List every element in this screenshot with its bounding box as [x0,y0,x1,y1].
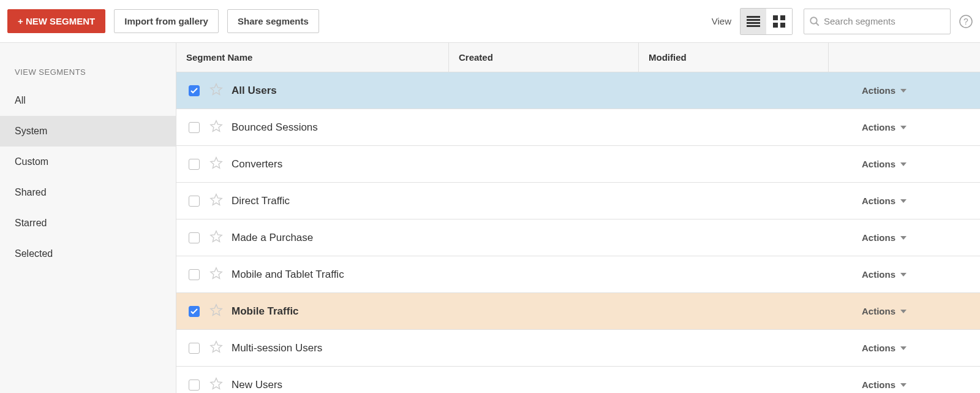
svg-rect-2 [747,22,760,24]
actions-label: Actions [862,232,895,243]
star-icon[interactable] [209,303,223,319]
svg-line-9 [816,23,819,26]
svg-rect-4 [773,15,778,20]
row-checkbox[interactable] [189,269,200,280]
row-checkbox[interactable] [189,159,200,170]
segment-name: Direct Traffic [232,195,290,207]
svg-rect-7 [780,23,785,28]
help-icon[interactable]: ? [959,15,973,28]
view-toggle [740,8,793,35]
chevron-down-icon [900,126,907,129]
star-icon[interactable] [209,83,223,98]
segment-name: Mobile and Tablet Traffic [232,269,344,281]
import-from-gallery-button[interactable]: Import from gallery [114,9,219,33]
segment-name: Mobile Traffic [232,305,299,318]
chevron-down-icon [900,236,907,240]
chevron-down-icon [900,310,907,313]
segments-table: Segment Name Created Modified All UsersA… [176,43,980,393]
star-icon[interactable] [209,267,223,282]
svg-rect-5 [780,15,785,20]
header-segment-name[interactable]: Segment Name [176,52,448,63]
table-row[interactable]: Direct TrafficActions [176,183,980,219]
actions-dropdown[interactable]: Actions [862,122,980,132]
table-row[interactable]: Mobile and Tablet TrafficActions [176,256,980,293]
actions-label: Actions [862,380,895,390]
actions-dropdown[interactable]: Actions [862,196,980,206]
row-checkbox[interactable] [189,122,200,133]
table-row[interactable]: Mobile TrafficActions [176,293,980,330]
actions-label: Actions [862,196,895,206]
svg-rect-0 [747,16,760,18]
chevron-down-icon [900,162,907,166]
table-row[interactable]: Multi-session UsersActions [176,330,980,367]
new-segment-button[interactable]: + NEW SEGMENT [7,9,105,33]
sidebar-item-all[interactable]: All [0,85,176,116]
grid-view-icon[interactable] [766,9,792,34]
table-row[interactable]: All UsersActions [176,72,980,109]
sidebar-item-shared[interactable]: Shared [0,177,176,208]
sidebar-item-custom[interactable]: Custom [0,147,176,177]
segment-name: Bounced Sessions [232,121,318,134]
segment-name: Made a Purchase [232,232,313,244]
table-row[interactable]: Bounced SessionsActions [176,109,980,146]
sidebar: VIEW SEGMENTS All System Custom Shared S… [0,43,176,393]
chevron-down-icon [900,273,907,277]
table-row[interactable]: ConvertersActions [176,146,980,183]
svg-rect-3 [747,25,760,27]
actions-dropdown[interactable]: Actions [862,85,980,96]
row-checkbox[interactable] [189,232,200,243]
actions-label: Actions [862,269,895,280]
svg-rect-1 [747,19,760,21]
star-icon[interactable] [209,340,223,356]
actions-label: Actions [862,343,895,353]
actions-label: Actions [862,85,895,96]
row-checkbox[interactable] [189,196,200,207]
sidebar-item-system[interactable]: System [0,116,176,147]
table-row[interactable]: New UsersActions [176,367,980,393]
row-checkbox[interactable] [189,306,200,317]
table-row[interactable]: Made a PurchaseActions [176,219,980,256]
search-box[interactable] [804,9,951,34]
actions-label: Actions [862,122,895,132]
header-created[interactable]: Created [448,43,638,72]
segment-name: Converters [232,158,282,170]
svg-point-8 [810,17,817,24]
search-icon [809,16,820,27]
star-icon[interactable] [209,156,223,172]
actions-dropdown[interactable]: Actions [862,306,980,316]
sidebar-item-selected[interactable]: Selected [0,238,176,269]
chevron-down-icon [900,383,907,387]
view-label: View [712,16,731,26]
star-icon[interactable] [209,230,223,245]
actions-dropdown[interactable]: Actions [862,269,980,280]
row-checkbox[interactable] [189,343,200,354]
chevron-down-icon [900,346,907,350]
list-view-icon[interactable] [741,9,766,34]
actions-label: Actions [862,306,895,316]
actions-dropdown[interactable]: Actions [862,232,980,243]
actions-dropdown[interactable]: Actions [862,159,980,169]
toolbar: + NEW SEGMENT Import from gallery Share … [0,0,980,43]
segment-name: All Users [232,85,277,97]
actions-dropdown[interactable]: Actions [862,380,980,390]
header-actions [828,43,980,72]
star-icon[interactable] [209,120,223,135]
chevron-down-icon [900,199,907,203]
actions-dropdown[interactable]: Actions [862,343,980,353]
row-checkbox[interactable] [189,85,200,96]
svg-rect-6 [773,23,778,28]
sidebar-title: VIEW SEGMENTS [0,61,176,85]
svg-text:?: ? [963,17,968,26]
sidebar-item-starred[interactable]: Starred [0,208,176,238]
share-segments-button[interactable]: Share segments [227,9,319,33]
segment-name: Multi-session Users [232,342,322,354]
actions-label: Actions [862,159,895,169]
chevron-down-icon [900,89,907,93]
segment-name: New Users [232,379,282,391]
star-icon[interactable] [209,377,223,392]
table-header: Segment Name Created Modified [176,43,980,72]
search-input[interactable] [824,16,945,26]
header-modified[interactable]: Modified [638,43,828,72]
star-icon[interactable] [209,193,223,208]
row-checkbox[interactable] [189,380,200,391]
